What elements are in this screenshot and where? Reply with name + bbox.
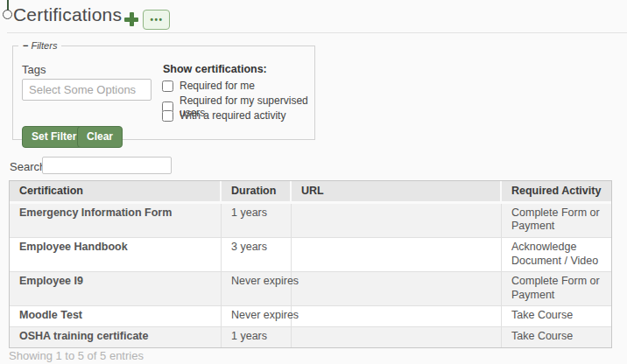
filters-legend: −Filters (18, 40, 61, 51)
tags-label: Tags (22, 63, 46, 76)
certifications-table: Certification Duration URL Required Acti… (9, 180, 612, 348)
duration-cell: 3 years (222, 238, 292, 272)
column-header-certification[interactable]: Certification (10, 181, 222, 204)
duration-cell: Never expires (222, 306, 292, 327)
add-certification-icon[interactable] (124, 12, 138, 26)
url-cell (292, 238, 502, 272)
clear-button[interactable]: Clear (77, 126, 123, 148)
certification-link[interactable]: Employee I9 (10, 272, 222, 306)
more-options-button[interactable]: ••• (143, 10, 170, 30)
duration-cell: Never expires (222, 272, 292, 306)
duration-cell: 1 years (222, 327, 292, 347)
plus-icon (130, 12, 134, 26)
table-row: Employee I9 Never expires Complete Form … (10, 272, 611, 306)
certification-link[interactable]: Employee Handbook (10, 238, 222, 272)
table-header-row: Certification Duration URL Required Acti… (10, 181, 611, 204)
required-activity-link[interactable]: Complete Form or Payment (502, 272, 611, 306)
certification-link[interactable]: Emergency Information Form (10, 204, 222, 238)
ellipsis-icon: ••• (149, 16, 163, 24)
table-row: Emergency Information Form 1 years Compl… (10, 204, 611, 238)
url-cell (292, 272, 502, 306)
checkbox-row-required-activity[interactable]: With a required activity (162, 109, 285, 122)
required-activity-link[interactable]: Acknowledge Document / Video (502, 238, 611, 272)
checkbox-row-required-for-me[interactable]: Required for me (162, 80, 255, 92)
certification-link[interactable]: OSHA training certificate (10, 327, 222, 347)
column-header-duration[interactable]: Duration (222, 181, 292, 204)
required-activity-link[interactable]: Take Course (502, 306, 611, 327)
url-cell (292, 327, 502, 347)
tags-select-input[interactable] (22, 79, 151, 101)
required-for-me-checkbox[interactable] (162, 80, 173, 92)
column-header-required-activity[interactable]: Required Activity (502, 181, 611, 204)
show-certifications-label: Show certifications: (163, 63, 267, 75)
anchor-circle-icon (3, 10, 12, 19)
table-row: Employee Handbook 3 years Acknowledge Do… (10, 238, 611, 272)
with-required-activity-checkbox[interactable] (162, 110, 173, 122)
column-header-url[interactable]: URL (292, 181, 502, 204)
search-input[interactable] (42, 157, 172, 174)
checkbox-label: Required for me (180, 80, 255, 92)
checkbox-label: With a required activity (180, 109, 285, 122)
url-cell (292, 306, 502, 327)
page-title: Certifications (13, 4, 122, 25)
required-activity-link[interactable]: Complete Form or Payment (502, 204, 611, 238)
url-cell (292, 204, 502, 238)
required-activity-link[interactable]: Take Course (502, 327, 611, 347)
certification-link[interactable]: Moodle Test (10, 306, 222, 327)
table-row: OSHA training certificate 1 years Take C… (10, 327, 611, 347)
filters-legend-label: Filters (31, 40, 57, 51)
table-info: Showing 1 to 5 of 5 entries (9, 349, 144, 362)
filters-panel: −Filters Tags Show certifications: Requi… (12, 40, 315, 140)
header-divider (7, 32, 627, 33)
table-row: Moodle Test Never expires Take Course (10, 306, 611, 327)
duration-cell: 1 years (222, 204, 292, 238)
collapse-icon[interactable]: − (23, 40, 28, 51)
